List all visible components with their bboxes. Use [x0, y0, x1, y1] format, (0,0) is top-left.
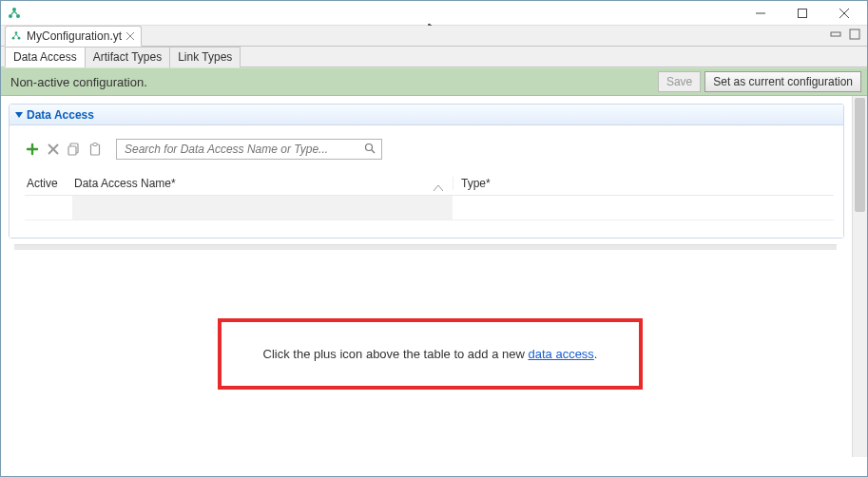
- section-header[interactable]: Data Access: [10, 105, 843, 125]
- delete-icon[interactable]: [46, 142, 61, 157]
- search-icon[interactable]: [364, 143, 377, 156]
- editor-tab[interactable]: MyConfiguration.yt: [5, 26, 142, 47]
- copy-icon[interactable]: [67, 142, 82, 157]
- editor-tab-row: MyConfiguration.yt: [1, 26, 867, 47]
- callout-text-suffix: .: [594, 347, 598, 361]
- maximize-view-icon[interactable]: [848, 28, 861, 41]
- column-header-name[interactable]: Data Access Name*: [72, 177, 453, 190]
- button-label: Save: [666, 75, 692, 88]
- set-current-configuration-button[interactable]: Set as current configuration: [704, 71, 861, 92]
- svg-point-20: [366, 144, 373, 151]
- add-icon[interactable]: [25, 142, 40, 157]
- minimize-button[interactable]: [740, 1, 781, 26]
- data-access-table: Active Data Access Name* Type*: [25, 171, 834, 220]
- expand-arrow-icon: [15, 112, 23, 118]
- search-input-wrap: [116, 139, 382, 160]
- svg-rect-4: [799, 9, 807, 17]
- maximize-button[interactable]: [781, 1, 823, 26]
- data-access-section: Data Access: [9, 104, 844, 238]
- status-bar: Non-active configuration. Save Set as cu…: [1, 67, 867, 96]
- app-icon: [7, 6, 22, 21]
- sort-indicator-icon: [434, 182, 443, 193]
- scrollbar-thumb[interactable]: [855, 98, 865, 212]
- table-header: Active Data Access Name* Type*: [25, 171, 834, 196]
- svg-line-21: [372, 150, 375, 153]
- horizontal-divider: [14, 244, 837, 250]
- svg-rect-17: [68, 146, 76, 155]
- window-titlebar: [1, 1, 867, 26]
- svg-point-8: [12, 37, 15, 40]
- svg-point-7: [15, 31, 18, 34]
- tab-link-types[interactable]: Link Types: [169, 47, 241, 67]
- tab-artifact-types[interactable]: Artifact Types: [85, 47, 170, 67]
- svg-rect-13: [850, 29, 859, 39]
- svg-point-2: [16, 14, 20, 18]
- status-message: Non-active configuration.: [10, 75, 654, 89]
- empty-name-cell[interactable]: [72, 196, 453, 219]
- paste-icon[interactable]: [87, 142, 103, 157]
- file-icon: [10, 29, 23, 43]
- column-header-type[interactable]: Type*: [453, 177, 834, 190]
- sub-tab-row: Data Access Artifact Types Link Types: [1, 47, 867, 67]
- svg-rect-19: [93, 143, 97, 146]
- instruction-callout: Click the plus icon above the table to a…: [218, 318, 644, 390]
- save-button[interactable]: Save: [658, 71, 701, 92]
- callout-text-prefix: Click the plus icon above the table to a…: [263, 347, 529, 361]
- close-button[interactable]: [823, 1, 865, 26]
- close-tab-icon[interactable]: [125, 31, 135, 41]
- button-label: Set as current configuration: [713, 75, 853, 88]
- vertical-scrollbar[interactable]: [852, 96, 867, 457]
- column-label: Data Access Name*: [74, 177, 176, 190]
- data-access-link[interactable]: data access: [528, 347, 593, 361]
- tab-label: Data Access: [13, 50, 77, 64]
- svg-rect-12: [831, 32, 840, 36]
- search-input[interactable]: [123, 142, 364, 157]
- section-title: Data Access: [27, 108, 94, 122]
- column-header-active[interactable]: Active: [25, 177, 72, 190]
- tab-label: Artifact Types: [93, 50, 162, 64]
- tab-label: Link Types: [178, 50, 232, 64]
- svg-point-0: [12, 8, 16, 11]
- svg-point-9: [18, 37, 21, 40]
- section-toolbar: [25, 139, 834, 160]
- tab-data-access[interactable]: Data Access: [5, 47, 86, 67]
- editor-tab-label: MyConfiguration.yt: [27, 29, 122, 43]
- svg-point-1: [9, 14, 12, 18]
- table-row: [25, 196, 834, 220]
- minimize-view-icon[interactable]: [829, 28, 842, 41]
